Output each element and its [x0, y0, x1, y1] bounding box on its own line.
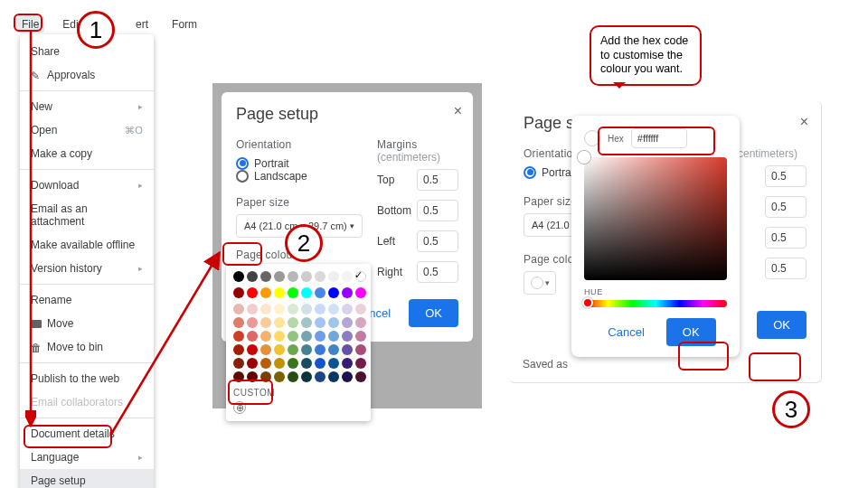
- colour-swatch[interactable]: [301, 344, 312, 355]
- colour-swatch[interactable]: [315, 287, 326, 298]
- colour-swatch[interactable]: [274, 371, 285, 382]
- picker-cancel-button[interactable]: Cancel: [595, 318, 656, 346]
- colour-swatch[interactable]: [274, 344, 285, 355]
- colour-swatch[interactable]: [342, 371, 353, 382]
- menu-item-make-copy[interactable]: Make a copy: [20, 142, 154, 165]
- colour-swatch[interactable]: [328, 317, 339, 328]
- colour-swatch[interactable]: [260, 344, 271, 355]
- colour-swatch[interactable]: [342, 304, 353, 314]
- colour-swatch[interactable]: [260, 331, 271, 342]
- ok-button[interactable]: OK: [409, 299, 458, 327]
- colour-swatch[interactable]: [315, 344, 326, 355]
- colour-swatch[interactable]: [315, 371, 326, 382]
- colour-swatch[interactable]: [288, 271, 298, 282]
- colour-swatch[interactable]: [288, 331, 298, 342]
- colour-swatch[interactable]: [342, 317, 353, 328]
- colour-swatch[interactable]: [328, 344, 339, 355]
- colour-swatch[interactable]: [301, 331, 312, 342]
- colour-swatch[interactable]: [301, 358, 312, 369]
- colour-swatch[interactable]: [355, 344, 366, 355]
- margin-bottom-input[interactable]: 0.5: [417, 200, 458, 221]
- colour-swatch[interactable]: [315, 271, 326, 282]
- margin-input[interactable]: 0.5: [765, 165, 807, 187]
- colour-swatch[interactable]: [328, 304, 339, 314]
- colour-swatch[interactable]: [260, 317, 271, 328]
- saturation-lightness-box[interactable]: [584, 157, 727, 280]
- close-icon[interactable]: ×: [454, 103, 462, 119]
- colour-swatch[interactable]: [301, 317, 312, 328]
- colour-swatch[interactable]: [288, 304, 298, 314]
- radio-landscape[interactable]: Landscape: [236, 170, 307, 183]
- menu-item-open[interactable]: Open⌘O: [20, 118, 154, 142]
- radio-portrait[interactable]: Portrait: [236, 157, 289, 170]
- colour-swatch[interactable]: [260, 271, 271, 282]
- colour-swatch[interactable]: [233, 271, 244, 282]
- colour-swatch[interactable]: [355, 304, 366, 314]
- margin-input[interactable]: 0.5: [765, 196, 807, 218]
- colour-swatch[interactable]: [274, 331, 285, 342]
- colour-swatch[interactable]: [315, 358, 326, 369]
- menu-item-page-setup[interactable]: Page setup: [20, 469, 154, 488]
- colour-swatch[interactable]: [342, 358, 353, 369]
- colour-swatch[interactable]: [274, 271, 285, 282]
- colour-swatch[interactable]: [328, 287, 339, 298]
- page-colour-button[interactable]: ▾: [524, 271, 556, 295]
- colour-swatch[interactable]: [288, 287, 298, 298]
- margin-left-input[interactable]: 0.5: [417, 230, 458, 252]
- colour-swatch[interactable]: [301, 287, 312, 298]
- colour-swatch[interactable]: [233, 344, 244, 355]
- hue-slider[interactable]: [584, 300, 727, 307]
- colour-swatch[interactable]: [247, 317, 258, 328]
- colour-swatch[interactable]: [247, 271, 258, 282]
- menu-item-email-attachment[interactable]: Email as an attachment: [20, 197, 154, 233]
- margin-input[interactable]: 0.5: [765, 258, 807, 279]
- colour-swatch[interactable]: [274, 304, 285, 314]
- colour-swatch[interactable]: [301, 371, 312, 382]
- colour-swatch[interactable]: [260, 287, 271, 298]
- sl-picker-handle[interactable]: [578, 151, 590, 164]
- colour-swatch[interactable]: [288, 317, 298, 328]
- colour-swatch[interactable]: [247, 287, 258, 298]
- colour-swatch[interactable]: [328, 358, 339, 369]
- colour-swatch[interactable]: [355, 287, 366, 298]
- radio-portrait[interactable]: Portrait: [524, 166, 577, 179]
- colour-swatch[interactable]: [342, 331, 353, 342]
- colour-swatch[interactable]: [274, 287, 285, 298]
- colour-swatch[interactable]: [355, 358, 366, 369]
- colour-swatch[interactable]: [342, 344, 353, 355]
- colour-swatch[interactable]: [315, 317, 326, 328]
- colour-swatch[interactable]: [355, 331, 366, 342]
- colour-swatch[interactable]: [301, 271, 312, 282]
- colour-swatch[interactable]: [274, 317, 285, 328]
- margin-input[interactable]: 0.5: [765, 227, 807, 249]
- colour-swatch[interactable]: [328, 371, 339, 382]
- margin-top-input[interactable]: 0.5: [417, 169, 458, 191]
- colour-swatch[interactable]: [315, 304, 326, 314]
- menu-item-language[interactable]: Language▸: [20, 446, 154, 469]
- colour-swatch[interactable]: [260, 358, 271, 369]
- colour-swatch[interactable]: [301, 304, 312, 314]
- colour-swatch[interactable]: [274, 358, 285, 369]
- menu-insert-fragment[interactable]: ert: [130, 16, 154, 33]
- hue-thumb[interactable]: [582, 297, 593, 308]
- colour-swatch[interactable]: [315, 331, 326, 342]
- margin-right-input[interactable]: 0.5: [417, 261, 458, 283]
- colour-swatch[interactable]: [247, 331, 258, 342]
- colour-swatch[interactable]: [288, 371, 298, 382]
- colour-swatch[interactable]: [247, 304, 258, 314]
- colour-swatch[interactable]: [355, 317, 366, 328]
- colour-swatch[interactable]: [328, 271, 339, 282]
- colour-swatch[interactable]: [233, 331, 244, 342]
- colour-swatch[interactable]: [288, 358, 298, 369]
- dialog-ok-button[interactable]: OK: [757, 311, 807, 339]
- colour-swatch[interactable]: [233, 287, 244, 298]
- colour-swatch[interactable]: [342, 271, 353, 282]
- colour-swatch[interactable]: [260, 304, 271, 314]
- colour-swatch[interactable]: [355, 371, 366, 382]
- colour-swatch[interactable]: [233, 317, 244, 328]
- close-icon[interactable]: ×: [800, 114, 808, 130]
- menu-form[interactable]: Form: [166, 16, 203, 33]
- menu-item-approvals[interactable]: ✎Approvals: [20, 63, 154, 87]
- colour-swatch[interactable]: [342, 287, 353, 298]
- colour-swatch[interactable]: [247, 344, 258, 355]
